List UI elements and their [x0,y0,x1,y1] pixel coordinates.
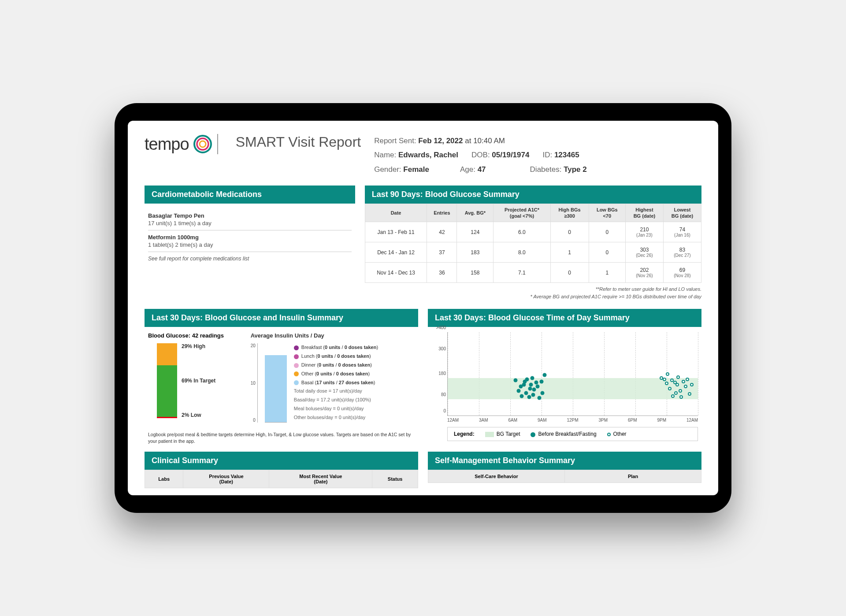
med-item: Metformin 1000mg1 tablet(s) 2 time(s) a … [148,230,352,252]
scatter-xtick: 3AM [479,418,488,423]
report-sent-date: Feb 12, 2022 [418,137,463,145]
scatter-xtick: 9PM [657,418,666,423]
insulin-legend-item: Other (0 units / 0 doses taken) [294,370,415,379]
scatter-chart: >400300180800 [447,332,698,416]
report-sent-at: at [465,137,471,145]
scatter-point [666,372,669,376]
scatter-point [686,378,689,381]
scatter-xtick: 6PM [628,418,637,423]
scatter-point [527,395,531,399]
bg90-section: Last 90 Days: Blood Glucose Summary Date… [365,186,701,301]
id-val: 123465 [554,151,579,159]
scatter-xtick: 12AM [447,418,459,423]
bg90-col: Low BGs<70 [589,204,625,222]
legend-dot-icon [294,354,299,359]
bg-insulin-section: Last 30 Days: Blood Glucose and Insulin … [145,309,418,446]
age-val: 47 [478,165,486,174]
scatter-point [535,385,539,389]
insulin-total-line: Basal/day = 17.2 unit(s)/day (100%) [294,396,415,404]
selfmgmt-header: Self-Management Behavior Summary [428,452,701,470]
insulin-legend-item: Breakfast (0 units / 0 doses taken) [294,343,415,352]
insulin-legend-item: Dinner (0 units / 0 doses taken) [294,361,415,370]
svg-point-1 [197,138,208,150]
scatter-target-band [448,378,698,399]
name-val: Edwards, Rachel [398,151,458,159]
insulin-block: Average Insulin Units / Day 20100 Breakf… [251,332,415,423]
bg90-col: Entries [427,204,457,222]
scatter-point [679,389,682,393]
stack-seg-target [157,365,177,417]
scatter-point [668,387,672,390]
scatter-point [531,393,535,397]
tablet-frame: tempo SMART Visit Report Report Sent: Fe… [115,103,731,513]
clinical-header: Clinical Summary [145,452,418,470]
name-label: Name: [374,151,396,159]
scatter-xgrid [448,332,448,416]
report-header: tempo SMART Visit Report Report Sent: Fe… [145,134,701,177]
bg-insulin-header: Last 30 Days: Blood Glucose and Insulin … [145,309,418,327]
insulin-bar-fill [265,355,287,422]
scatter-point [538,396,542,400]
insulin-total-line: Total daily dose = 17 unit(s)/day [294,387,415,396]
gender-label: Gender: [374,165,401,174]
clinical-col: Labs [145,470,183,488]
insulin-tick: 10 [251,381,256,386]
legend-dot-icon [294,380,299,385]
scatter-point [520,394,524,398]
tempo-logo: tempo [145,134,213,154]
bg90-row: Nov 14 - Dec 13361587.101202(Nov 26)69(N… [365,263,701,283]
scatter-xtick: 6AM [508,418,518,423]
gender-val: Female [403,165,429,174]
scatter-point [688,392,691,396]
scatter-point [671,394,675,398]
clinical-section: Clinical Summary LabsPrevious Value(Date… [145,452,418,488]
scatter-point [663,378,666,381]
scatter-point [540,379,544,383]
scatter-xgrid [573,332,573,416]
scatter-ytick: 300 [432,346,446,351]
scatter-legend: Legend: BG Target Before Breakfast/Fasti… [447,427,698,441]
legend-label: Legend: [454,431,475,437]
selfmgmt-col: Self-Care Behavior [428,470,565,483]
stack-seg-low [157,417,177,418]
scatter-point [665,382,668,385]
legend-before: Before Breakfast/Fasting [538,431,596,437]
scatter-xgrid [479,332,479,416]
scatter-ytick: 0 [432,408,446,413]
legend-open-dot-icon [607,433,611,436]
clinical-table: LabsPrevious Value(Date)Most Recent Valu… [145,470,418,488]
scatter-xgrid [542,332,542,416]
dob-val: 05/19/1974 [492,151,529,159]
insulin-bar-chart [265,343,287,423]
bg90-col: Avg. BG* [457,204,494,222]
med-dose: 17 unit(s) 1 time(s) a day [148,220,352,226]
scatter-xgrid [698,332,698,416]
bg-insulin-note: Logbook pre/post meal & bedtime targets … [145,431,418,444]
id-label: ID: [542,151,552,159]
insulin-legend: Breakfast (0 units / 0 doses taken)Lunch… [294,343,415,423]
insulin-tick: 0 [253,418,256,423]
stack-label-high: 29% High [182,343,215,349]
scatter-ytick: 80 [432,392,446,397]
dob-label: DOB: [471,151,490,159]
clinical-col: Previous Value(Date) [183,470,269,488]
scatter-section: Last 30 Days: Blood Glucose Time of Day … [428,309,701,446]
report-screen: tempo SMART Visit Report Report Sent: Fe… [128,121,718,495]
scatter-ytick: 180 [432,371,446,376]
scatter-x-labels: 12AM3AM6AM9AM12PM3PM6PM9PM12AM [447,418,698,423]
bg-readings-block: Blood Glucose: 42 readings 29% High69% I… [148,332,242,423]
med-item: Basaglar Tempo Pen17 unit(s) 1 time(s) a… [148,209,352,230]
scatter-point [524,391,528,395]
insulin-legend-item: Basal (17 units / 27 doses taken) [294,379,415,387]
bg90-row: Dec 14 - Jan 12371838.010303(Dec 26)83(D… [365,242,701,263]
stack-label-low: 2% Low [182,412,215,418]
stacked-bar-chart: 29% High69% In Target2% Low [148,343,242,418]
legend-filled-dot-icon [531,432,535,437]
scatter-point [528,387,532,391]
scatter-point [674,391,678,395]
stack-label-target: 69% In Target [182,378,215,384]
footnote-2: * Average BG and projected A1C require >… [365,293,701,301]
age-label: Age: [460,165,475,174]
svg-point-2 [200,141,206,147]
med-name: Metformin 1000mg [148,234,352,241]
